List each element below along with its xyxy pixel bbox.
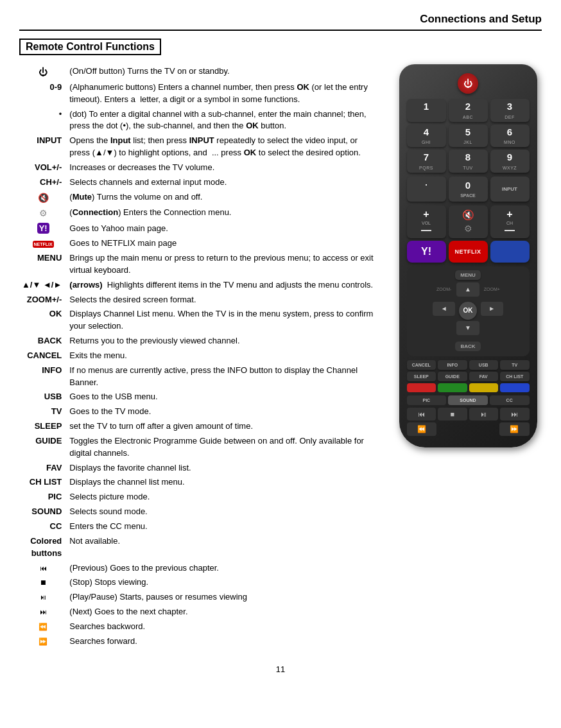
blue-button[interactable] bbox=[490, 241, 530, 263]
numpad: 1 2ABC 3DEF 4GHI 5JKL 6MNO 7PQRS 8TUV 9W… bbox=[407, 99, 530, 173]
row-desc: (Next) Goes to the next chapter. bbox=[67, 605, 381, 620]
table-row: ⏭ (Next) Goes to the next chapter. bbox=[19, 605, 381, 620]
row-desc: Enters the CC menu. bbox=[67, 519, 381, 534]
page: Connections and Setup Remote Control Fun… bbox=[0, 0, 561, 728]
power-row: ⏻ bbox=[407, 73, 530, 94]
tv-button[interactable]: TV bbox=[500, 360, 530, 370]
prev-button[interactable]: ⏮ bbox=[407, 408, 436, 420]
usb-button[interactable]: USB bbox=[469, 360, 499, 370]
cc-button[interactable]: CC bbox=[490, 395, 530, 405]
yahoo-icon: Y! bbox=[37, 223, 49, 234]
fav-button[interactable]: FAV bbox=[469, 372, 499, 381]
info-button[interactable]: INFO bbox=[438, 360, 467, 370]
pic-sound-cc-row: PIC SOUND CC bbox=[407, 395, 530, 405]
remote-body: ⏻ 1 2ABC 3DEF 4GHI 5JKL 6MNO 7PQRS 8TUV … bbox=[399, 64, 537, 447]
guide-button[interactable]: GUIDE bbox=[438, 372, 467, 381]
row-desc: (Play/Pause) Starts, pauses or resumes v… bbox=[67, 590, 381, 605]
row-desc: Exits the menu. bbox=[67, 349, 381, 363]
ch-button[interactable]: + CH — bbox=[490, 205, 530, 238]
table-row: 🔇 (Mute) Turns the volume on and off. bbox=[19, 190, 381, 206]
table-row: TV Goes to the TV mode. bbox=[19, 404, 381, 419]
row-desc: Searches backword. bbox=[67, 620, 381, 634]
ok-button[interactable]: OK bbox=[459, 302, 477, 320]
table-row: OK Displays Channel List menu. When the … bbox=[19, 307, 381, 334]
num-4-button[interactable]: 4GHI bbox=[407, 125, 446, 148]
zoom-minus-button[interactable]: ZOOM- bbox=[433, 282, 455, 297]
table-row: Y! Goes to Yahoo main page. bbox=[19, 221, 381, 236]
row-label: ▲/▼ ◄/► bbox=[19, 278, 67, 293]
page-header-title: Connections and Setup bbox=[420, 13, 542, 25]
num-1-button[interactable]: 1 bbox=[407, 99, 446, 122]
page-number-text: 11 bbox=[276, 664, 285, 674]
menu-button[interactable]: MENU bbox=[455, 270, 481, 280]
next-button[interactable]: ⏭ bbox=[500, 408, 530, 420]
cancel-info-usb-tv-row: CANCEL INFO USB TV bbox=[407, 360, 530, 370]
pic-button[interactable]: PIC bbox=[407, 395, 447, 405]
yahoo-button[interactable]: Y! bbox=[407, 241, 446, 263]
play-button[interactable]: ⏯ bbox=[469, 408, 499, 420]
num-5-button[interactable]: 5JKL bbox=[449, 125, 488, 148]
ff-button[interactable]: ⏩ bbox=[499, 422, 529, 436]
nav-right-button[interactable]: ► bbox=[481, 302, 503, 316]
nav-down-button[interactable]: ▼ bbox=[456, 321, 479, 335]
back-corner-left bbox=[433, 321, 455, 335]
connection-icon-cell: ⚙ bbox=[19, 205, 67, 221]
next-icon-cell: ⏭ bbox=[19, 605, 67, 620]
menu-row: MENU bbox=[410, 270, 527, 280]
stop-button[interactable]: ■ bbox=[438, 408, 467, 420]
cancel-button[interactable]: CANCEL bbox=[407, 360, 436, 370]
input-button[interactable]: INPUT bbox=[490, 177, 530, 202]
table-row: INPUT Opens the Input list; then press I… bbox=[19, 134, 381, 160]
row-desc: (Mute) Turns the volume on and off. bbox=[67, 190, 381, 206]
num-8-button[interactable]: 8TUV bbox=[449, 150, 488, 173]
nav-up-button[interactable]: ▲ bbox=[456, 282, 479, 297]
num-3-button[interactable]: 3DEF bbox=[490, 99, 530, 122]
power-button[interactable]: ⏻ bbox=[458, 73, 478, 94]
sleep-guide-fav-chlist-row: SLEEP GUIDE FAV CH LIST bbox=[407, 372, 530, 381]
yellow-button[interactable] bbox=[469, 383, 499, 392]
table-row: ZOOM+/- Selects the desired screen forma… bbox=[19, 293, 381, 308]
sound-button[interactable]: SOUND bbox=[448, 395, 488, 405]
nav-section: MENU ZOOM- ▲ ZOOM+ ◄ OK ► bbox=[407, 266, 530, 356]
num-6-button[interactable]: 6MNO bbox=[490, 125, 530, 148]
content-area: ⏻ (On/Off button) Turns the TV on or sta… bbox=[19, 64, 542, 649]
row-label: GUIDE bbox=[19, 434, 67, 461]
sleep-button[interactable]: SLEEP bbox=[407, 372, 436, 381]
row-label: ZOOM+/- bbox=[19, 293, 67, 308]
mute-button[interactable]: 🔇 ⚙ bbox=[449, 205, 488, 238]
mute-icon: 🔇 bbox=[38, 193, 49, 203]
table-row: ⏩ Searches forward. bbox=[19, 634, 381, 649]
back-button[interactable]: BACK bbox=[455, 342, 480, 351]
rew-icon: ⏪ bbox=[39, 623, 47, 630]
dot-button[interactable]: · bbox=[407, 177, 446, 202]
nav-left-button[interactable]: ◄ bbox=[433, 302, 455, 316]
red-button[interactable] bbox=[407, 383, 436, 392]
green-button[interactable] bbox=[438, 383, 467, 392]
table-row: NETFLIX Goes to NETFLIX main page bbox=[19, 236, 381, 251]
vol-button[interactable]: + VOL — bbox=[407, 205, 446, 238]
row-label: VOL+/- bbox=[19, 160, 67, 175]
power-icon-cell: ⏻ bbox=[19, 64, 67, 80]
num-9-button[interactable]: 9WXYZ bbox=[490, 150, 530, 173]
row-desc: set the TV to turn off after a given amo… bbox=[67, 419, 381, 434]
num-7-button[interactable]: 7PQRS bbox=[407, 150, 446, 173]
prev-icon-cell: ⏮ bbox=[19, 561, 67, 576]
zero-button[interactable]: 0SPACE bbox=[449, 177, 488, 202]
num-2-button[interactable]: 2ABC bbox=[449, 99, 488, 122]
mute-icon: 🔇 bbox=[462, 209, 474, 221]
table-row: CH+/- Selects channels and external inpu… bbox=[19, 175, 381, 190]
chlist-button[interactable]: CH LIST bbox=[500, 372, 530, 381]
netflix-button[interactable]: NETFLIX bbox=[449, 241, 488, 263]
power-icon: ⏻ bbox=[39, 67, 47, 77]
rew-button[interactable]: ⏪ bbox=[407, 422, 436, 436]
row-label: SOUND bbox=[19, 505, 67, 519]
row-desc: Goes to NETFLIX main page bbox=[67, 236, 381, 251]
zoom-plus-button[interactable]: ZOOM+ bbox=[481, 282, 503, 297]
table-row: CH LIST Displays the channel list menu. bbox=[19, 475, 381, 490]
table-row: ⏯ (Play/Pause) Starts, pauses or resumes… bbox=[19, 590, 381, 605]
blue-color-button[interactable] bbox=[500, 383, 530, 392]
rew-icon-cell: ⏪ bbox=[19, 620, 67, 634]
brand-row: Y! NETFLIX bbox=[407, 241, 530, 263]
remote-control: ⏻ 1 2ABC 3DEF 4GHI 5JKL 6MNO 7PQRS 8TUV … bbox=[399, 64, 537, 447]
power-icon: ⏻ bbox=[463, 78, 472, 89]
